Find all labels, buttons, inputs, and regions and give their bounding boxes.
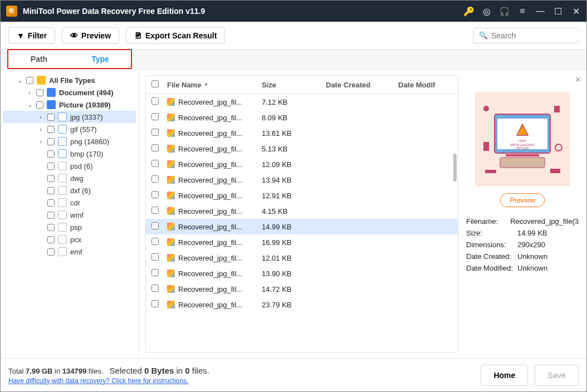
file-row[interactable]: Recovered_jpg_fil...16.99 KB <box>146 234 458 250</box>
minimize-button[interactable]: — <box>535 6 545 16</box>
file-row[interactable]: Recovered_jpg_fil...12.91 KB <box>146 188 458 203</box>
tree-picture[interactable]: ⌄ Picture (19389) <box>3 99 136 111</box>
tree-dxf[interactable]: dxf (6) <box>3 184 136 197</box>
filter-button[interactable]: ▼ Filter <box>8 27 55 44</box>
file-name: Recovered_jpg_fil... <box>178 270 242 278</box>
disc-icon[interactable]: ◎ <box>482 6 492 16</box>
file-list-body[interactable]: Recovered_jpg_fil...7.12 KBRecovered_jpg… <box>146 94 458 312</box>
meta-date-created: Date Created: Unknown <box>466 252 579 261</box>
row-checkbox[interactable] <box>151 222 159 229</box>
menu-icon[interactable]: ≡ <box>517 6 527 16</box>
chevron-down-icon[interactable]: ⌄ <box>26 101 33 109</box>
tab-path[interactable]: Path <box>8 50 70 68</box>
close-button[interactable]: ✕ <box>571 6 581 16</box>
tree-checkbox[interactable] <box>47 199 55 207</box>
tree-cdr[interactable]: cdr <box>3 197 136 209</box>
tree-root[interactable]: ⌄ All File Types <box>3 74 136 86</box>
tab-type[interactable]: Type <box>70 50 131 68</box>
row-checkbox[interactable] <box>151 253 159 261</box>
close-icon[interactable]: × <box>575 74 581 86</box>
file-row[interactable]: Recovered_jpg_fil...13.94 KB <box>146 172 458 188</box>
tree-psp[interactable]: psp <box>3 221 136 233</box>
tree-wmf[interactable]: wmf <box>3 209 136 221</box>
file-size: 7.12 KB <box>262 98 326 106</box>
col-date-created[interactable]: Date Created <box>326 81 398 89</box>
tree-checkbox[interactable] <box>47 224 55 231</box>
file-row[interactable]: Recovered_jpg_fil...4.15 KB <box>146 203 458 219</box>
tree-checkbox[interactable] <box>36 89 43 96</box>
help-link[interactable]: Have difficulty with data recovery? Clic… <box>8 377 188 385</box>
file-row[interactable]: Recovered_jpg_fil...12.01 KB <box>146 250 458 266</box>
export-button[interactable]: 🖹 Export Scan Result <box>126 27 225 44</box>
maximize-button[interactable]: ☐ <box>553 6 563 16</box>
meta-date-modified: Date Modified: Unknown <box>466 264 579 272</box>
tree-checkbox[interactable] <box>47 150 55 158</box>
select-all-checkbox[interactable] <box>151 80 159 87</box>
key-icon[interactable]: 🔑 <box>464 6 474 16</box>
file-row[interactable]: Recovered_jpg_fil...13.90 KB <box>146 266 458 281</box>
tree-emf[interactable]: emf <box>3 246 136 258</box>
tree-checkbox[interactable] <box>47 248 55 256</box>
tree-dwg[interactable]: dwg <box>3 172 136 184</box>
col-size[interactable]: Size <box>262 81 326 89</box>
chevron-right-icon[interactable]: › <box>37 126 44 133</box>
tree-checkbox[interactable] <box>47 187 55 194</box>
home-button[interactable]: Home <box>481 365 528 386</box>
row-checkbox[interactable] <box>151 191 159 198</box>
jpg-icon <box>167 254 175 262</box>
row-checkbox[interactable] <box>151 238 159 245</box>
row-checkbox[interactable] <box>151 207 159 214</box>
tree-checkbox[interactable] <box>47 126 55 133</box>
meta-size: Size: 14.99 KB <box>466 229 579 237</box>
preview-button[interactable]: 👁 Preview <box>62 27 119 44</box>
tree-label: psp <box>70 223 82 232</box>
tree-checkbox[interactable] <box>47 212 55 219</box>
tree-pcx[interactable]: pcx <box>3 233 136 246</box>
chevron-right-icon[interactable]: › <box>37 114 44 120</box>
file-row[interactable]: Recovered_jpg_fil...13.61 KB <box>146 125 458 141</box>
search-input[interactable] <box>491 31 587 40</box>
scrollbar-thumb[interactable] <box>453 154 457 182</box>
file-row[interactable]: Recovered_jpg_fil...14.72 KB <box>146 281 458 297</box>
file-row[interactable]: Recovered_jpg_fil...5.13 KB <box>146 141 458 156</box>
row-checkbox[interactable] <box>151 300 159 307</box>
row-checkbox[interactable] <box>151 97 159 105</box>
row-checkbox[interactable] <box>151 144 159 151</box>
row-checkbox[interactable] <box>151 269 159 276</box>
tree-bmp[interactable]: bmp (170) <box>3 148 136 160</box>
eye-icon: 👁 <box>70 31 78 40</box>
tree-jpg[interactable]: › jpg (3337) <box>3 111 136 123</box>
chevron-right-icon[interactable]: › <box>26 89 33 96</box>
headphones-icon[interactable]: 🎧 <box>500 6 510 16</box>
row-checkbox[interactable] <box>151 160 159 167</box>
tree-psd[interactable]: psd (6) <box>3 160 136 172</box>
file-row[interactable]: Recovered_jpg_fil...7.12 KB <box>146 94 458 110</box>
file-row[interactable]: Recovered_jpg_fil...8.09 KB <box>146 110 458 125</box>
row-checkbox[interactable] <box>151 113 159 120</box>
save-button[interactable]: Save <box>535 365 579 386</box>
sidebar-tree[interactable]: ⌄ All File Types › Document (494) ⌄ Pict… <box>1 70 139 358</box>
tree-checkbox[interactable] <box>47 114 55 121</box>
tree-checkbox[interactable] <box>26 77 33 84</box>
tree-gif[interactable]: › gif (557) <box>3 123 136 135</box>
tree-checkbox[interactable] <box>36 101 43 109</box>
col-date-modified[interactable]: Date Modif <box>398 81 452 89</box>
file-row[interactable]: Recovered_jpg_fil...23.79 KB <box>146 297 458 312</box>
chevron-down-icon[interactable]: ⌄ <box>16 77 23 84</box>
row-checkbox[interactable] <box>151 175 159 183</box>
tree-checkbox[interactable] <box>47 138 55 145</box>
tree-checkbox[interactable] <box>47 236 55 243</box>
search-box[interactable]: 🔍 <box>473 28 579 43</box>
tree-checkbox[interactable] <box>47 163 55 170</box>
file-row[interactable]: Recovered_jpg_fil...14.99 KB <box>146 219 458 234</box>
chevron-right-icon[interactable]: › <box>37 138 44 145</box>
tree-checkbox[interactable] <box>47 175 55 182</box>
preview-open-button[interactable]: Preview <box>500 193 545 207</box>
row-checkbox[interactable] <box>151 285 159 292</box>
col-name[interactable]: File Name▼ <box>167 81 262 89</box>
file-size: 13.94 KB <box>262 176 326 184</box>
row-checkbox[interactable] <box>151 129 159 136</box>
file-row[interactable]: Recovered_jpg_fil...12.09 KB <box>146 156 458 172</box>
tree-png[interactable]: › png (14860) <box>3 135 136 148</box>
tree-document[interactable]: › Document (494) <box>3 86 136 99</box>
